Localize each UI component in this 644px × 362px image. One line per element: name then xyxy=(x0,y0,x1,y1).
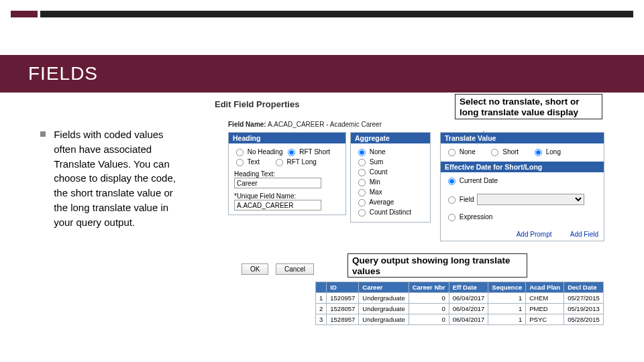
topbar-dark xyxy=(40,11,633,17)
button-row: OK Cancel xyxy=(241,262,318,275)
radio-aggregate-max[interactable]: Max xyxy=(358,188,382,197)
radio-aggregate-sum[interactable]: Sum xyxy=(358,158,383,167)
radio-aggregate-count-distinct[interactable]: Count Distinct xyxy=(358,208,411,217)
table-header: Sequence xyxy=(488,282,526,293)
radio-aggregate-count[interactable]: Count xyxy=(358,168,387,177)
table-header: Acad Plan xyxy=(526,282,564,293)
bullet-text: Fields with coded values often have asso… xyxy=(54,127,178,229)
radio-current-date[interactable]: Current Date xyxy=(447,177,498,186)
table-header: ID xyxy=(327,282,359,293)
table-row: 31528957Undergraduate006/04/20171PSYC05/… xyxy=(316,314,604,325)
radio-aggregate-average[interactable]: Average xyxy=(358,198,394,207)
ok-button[interactable]: OK xyxy=(241,263,268,275)
radio-aggregate-none[interactable]: None xyxy=(358,148,386,157)
aggregate-fieldgroup: Aggregate None Sum Count Min Max Average… xyxy=(350,132,431,223)
aggregate-header: Aggregate xyxy=(351,133,430,143)
cancel-button[interactable]: Cancel xyxy=(276,263,314,275)
table-header: Career Nbr xyxy=(409,282,449,293)
callout-query-output: Query output showing long translate valu… xyxy=(347,253,527,278)
heading-text-label: Heading Text: xyxy=(234,170,340,178)
add-prompt-link[interactable]: Add Prompt xyxy=(517,231,552,238)
radio-rft-long[interactable]: RFT Long xyxy=(275,158,317,167)
table-header: Career xyxy=(359,282,409,293)
radio-field[interactable]: Field xyxy=(447,196,474,204)
table-header xyxy=(316,282,327,293)
effdt-header: Effective Date for Short/Long xyxy=(441,162,604,172)
radio-no-heading[interactable]: No Heading xyxy=(235,148,283,157)
radio-translate-long[interactable]: Long xyxy=(534,148,561,157)
radio-rft-short[interactable]: RFT Short xyxy=(287,148,330,157)
table-header: Eff Date xyxy=(449,282,488,293)
unique-field-label: *Unique Field Name: xyxy=(234,192,340,200)
radio-translate-none[interactable]: None xyxy=(447,148,476,157)
topbar-accent xyxy=(11,11,38,17)
translate-header: Translate Value xyxy=(441,133,604,143)
field-name-row: Field Name: A.ACAD_CAREER - Academic Car… xyxy=(228,121,382,128)
table-header: Decl Date xyxy=(564,282,604,293)
radio-expression[interactable]: Expression xyxy=(447,213,492,222)
unique-field-input[interactable] xyxy=(234,200,321,210)
radio-translate-short[interactable]: Short xyxy=(490,148,519,157)
page-title: FIELDS xyxy=(28,63,98,84)
output-table: IDCareerCareer NbrEff DateSequenceAcad P… xyxy=(315,282,604,325)
table-row: 21528057Undergraduate006/04/20171PMED05/… xyxy=(316,304,604,314)
translate-fieldgroup: Translate Value None Short Long Effectiv… xyxy=(440,132,604,241)
heading-header: Heading xyxy=(229,133,345,143)
radio-text[interactable]: Text xyxy=(235,158,260,167)
field-select[interactable] xyxy=(477,194,584,205)
heading-fieldgroup: Heading No Heading RFT Short Text RFT Lo… xyxy=(228,132,346,215)
field-name-label: Field Name: xyxy=(228,121,266,128)
title-bar: FIELDS xyxy=(0,55,644,93)
bullet-square-icon xyxy=(40,131,46,137)
table-row: 11520957Undergraduate006/04/20171CHEM05/… xyxy=(316,293,604,304)
decorative-topbar xyxy=(11,11,633,17)
add-field-link[interactable]: Add Field xyxy=(570,231,598,238)
field-name-value: A.ACAD_CAREER - Academic Career xyxy=(268,121,382,128)
edit-field-properties-heading: Edit Field Properties xyxy=(215,99,299,109)
heading-text-input[interactable] xyxy=(234,178,321,188)
body-bullet: Fields with coded values often have asso… xyxy=(40,127,181,229)
radio-aggregate-min[interactable]: Min xyxy=(358,178,380,187)
callout-translate-select: Select no translate, short or long trans… xyxy=(455,94,602,119)
